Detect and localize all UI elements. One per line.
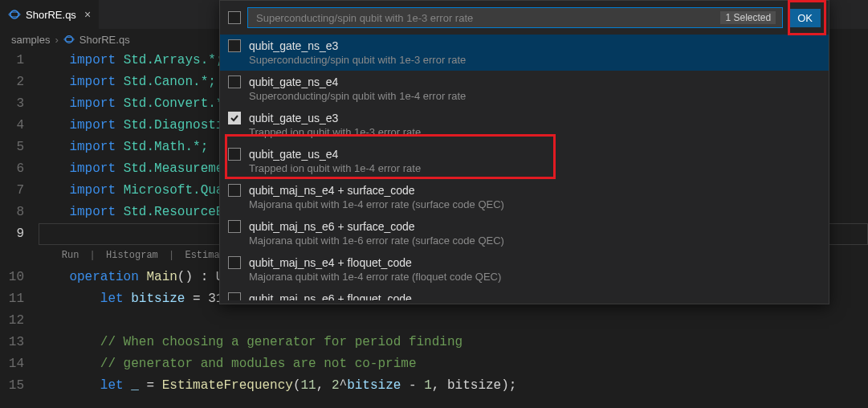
quick-pick-panel: 1 Selected OK qubit_gate_ns_e3Supercondu… (219, 0, 829, 304)
qsharp-file-icon (63, 34, 75, 45)
quick-pick-item[interactable]: qubit_gate_us_e3Trapped ion qubit with 1… (220, 107, 829, 143)
tab-shorre[interactable]: ShorRE.qs × (0, 0, 99, 29)
quick-pick-item[interactable]: qubit_maj_ns_e4 + surface_codeMajorana q… (220, 179, 829, 215)
quick-pick-input[interactable] (255, 11, 720, 25)
item-checkbox[interactable] (228, 112, 241, 124)
quick-pick-item[interactable]: qubit_gate_ns_e3Superconducting/spin qub… (220, 35, 829, 71)
quick-pick-header: 1 Selected OK (220, 1, 829, 35)
item-description: Majorana qubit with 1e-4 error rate (sur… (249, 198, 504, 210)
quick-pick-item[interactable]: qubit_maj_ns_e6 + floquet_code (220, 288, 829, 300)
chevron-right-icon: › (55, 34, 58, 46)
select-all-checkbox[interactable] (228, 11, 241, 24)
item-label: qubit_maj_ns_e6 + surface_code (249, 220, 504, 233)
breadcrumb-file[interactable]: ShorRE.qs (79, 34, 130, 46)
quick-pick-list: qubit_gate_ns_e3Superconducting/spin qub… (220, 35, 829, 300)
item-description: Majorana qubit with 1e-4 error rate (flo… (249, 271, 501, 283)
item-description: Trapped ion qubit with 1e-4 error rate (249, 162, 421, 174)
qsharp-file-icon (8, 8, 21, 21)
item-checkbox[interactable] (228, 256, 241, 269)
breadcrumb-folder[interactable]: samples (11, 34, 50, 46)
item-label: qubit_gate_us_e3 (249, 112, 421, 124)
item-checkbox[interactable] (228, 39, 241, 52)
item-checkbox[interactable] (228, 220, 241, 233)
quick-pick-item[interactable]: qubit_gate_us_e4Trapped ion qubit with 1… (220, 143, 829, 179)
ok-button[interactable]: OK (789, 9, 821, 27)
item-checkbox[interactable] (228, 184, 241, 197)
selected-count-badge: 1 Selected (720, 11, 776, 24)
item-label: qubit_gate_us_e4 (249, 148, 421, 161)
close-icon[interactable]: × (84, 8, 91, 21)
item-description: Superconducting/spin qubit with 1e-3 err… (249, 54, 466, 66)
line-number-gutter: 123456789101112131415 (0, 50, 39, 397)
item-label: qubit_maj_ns_e4 + surface_code (249, 184, 504, 197)
item-description: Trapped ion qubit with 1e-3 error rate (249, 126, 421, 138)
quick-pick-item[interactable]: qubit_maj_ns_e6 + surface_codeMajorana q… (220, 215, 829, 251)
item-label: qubit_gate_ns_e3 (249, 39, 466, 52)
item-label: qubit_gate_ns_e4 (249, 75, 466, 88)
quick-pick-input-wrap: 1 Selected (247, 7, 783, 28)
item-checkbox[interactable] (228, 292, 241, 300)
item-description: Superconducting/spin qubit with 1e-4 err… (249, 90, 466, 102)
tab-filename: ShorRE.qs (26, 9, 76, 21)
item-description: Majorana qubit with 1e-6 error rate (sur… (249, 235, 504, 247)
item-checkbox[interactable] (228, 148, 241, 161)
item-label: qubit_maj_ns_e6 + floquet_code (249, 292, 412, 300)
item-checkbox[interactable] (228, 75, 241, 88)
quick-pick-item[interactable]: qubit_gate_ns_e4Superconducting/spin qub… (220, 71, 829, 107)
item-label: qubit_maj_ns_e4 + floquet_code (249, 256, 501, 269)
quick-pick-item[interactable]: qubit_maj_ns_e4 + floquet_codeMajorana q… (220, 251, 829, 288)
